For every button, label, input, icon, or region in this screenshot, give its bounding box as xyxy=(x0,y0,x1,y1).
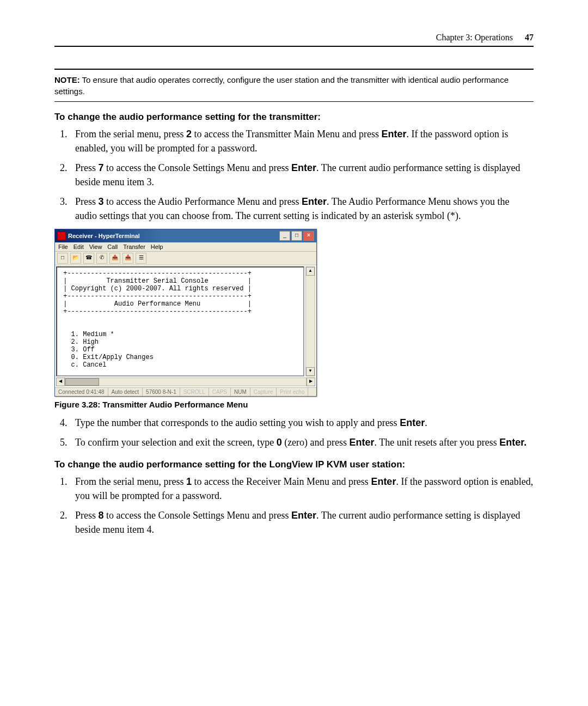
key-1: 1 xyxy=(186,476,192,487)
toolbar: □ 📂 ☎ ✆ 📤 📥 ☰ xyxy=(55,252,316,265)
scroll-thumb[interactable] xyxy=(65,378,99,386)
terminal-area[interactable]: +---------------------------------------… xyxy=(56,266,304,376)
vertical-scrollbar[interactable]: ▲ ▼ xyxy=(305,266,315,376)
procedure-2-list: From the serial menu, press 1 to access … xyxy=(54,474,534,537)
key-0: 0 xyxy=(277,437,282,448)
scroll-left-icon[interactable]: ◀ xyxy=(56,378,65,386)
key-7: 7 xyxy=(99,162,104,173)
horizontal-scrollbar[interactable]: ◀ ▶ xyxy=(56,378,315,386)
list-item: Type the number that corresponds to the … xyxy=(70,416,534,430)
list-item: Press 7 to access the Console Settings M… xyxy=(70,161,534,189)
key-enter: Enter xyxy=(400,417,425,428)
page-header: Chapter 3: Operations 47 xyxy=(54,33,534,47)
key-enter: Enter xyxy=(371,476,396,487)
open-icon[interactable]: 📂 xyxy=(70,253,81,264)
scroll-down-icon[interactable]: ▼ xyxy=(306,367,315,376)
key-enter: Enter xyxy=(291,162,316,173)
maximize-button[interactable]: □ xyxy=(291,231,302,241)
list-item: Press 8 to access the Console Settings M… xyxy=(70,508,534,537)
list-item: To confirm your selection and exit the s… xyxy=(70,435,534,449)
menu-call[interactable]: Call xyxy=(107,244,118,250)
key-8: 8 xyxy=(99,510,104,521)
key-enter: Enter xyxy=(381,129,406,139)
menu-file[interactable]: File xyxy=(58,244,68,250)
new-icon[interactable]: □ xyxy=(57,253,68,264)
note-box: NOTE: To ensure that audio operates corr… xyxy=(54,69,534,102)
key-enter: Enter xyxy=(291,510,316,521)
scroll-track-h[interactable] xyxy=(65,378,307,386)
scroll-right-icon[interactable]: ▶ xyxy=(307,378,315,386)
send-icon[interactable]: 📤 xyxy=(109,253,120,264)
app-icon xyxy=(57,232,66,240)
status-bar: Connected 0:41:48 Auto detect 57600 8-N-… xyxy=(55,387,316,396)
connect-icon[interactable]: ☎ xyxy=(83,253,94,264)
hyperterminal-screenshot: Receiver - HyperTerminal _ □ × File Edit… xyxy=(54,229,534,397)
status-connected: Connected 0:41:48 xyxy=(55,388,108,396)
note-label: NOTE: xyxy=(54,75,80,84)
status-capture: Capture xyxy=(250,388,277,396)
list-item: From the serial menu, press 1 to access … xyxy=(70,474,534,503)
key-enter: Enter. xyxy=(499,437,526,448)
figure-caption: Figure 3.28: Transmitter Audio Performan… xyxy=(54,400,534,409)
chapter-label: Chapter 3: Operations xyxy=(436,33,513,42)
menu-help[interactable]: Help xyxy=(151,244,163,250)
titlebar[interactable]: Receiver - HyperTerminal _ □ × xyxy=(55,229,316,242)
window-buttons: _ □ × xyxy=(279,231,314,241)
status-caps: CAPS xyxy=(209,388,231,396)
scroll-up-icon[interactable]: ▲ xyxy=(306,267,315,276)
note-text: To ensure that audio operates correctly,… xyxy=(54,75,509,96)
close-button[interactable]: × xyxy=(303,231,314,241)
key-2: 2 xyxy=(186,129,192,139)
list-item: From the serial menu, press 2 to access … xyxy=(70,127,534,155)
receive-icon[interactable]: 📥 xyxy=(122,253,133,264)
procedure-2-heading: To change the audio performance setting … xyxy=(54,459,534,470)
scroll-track[interactable] xyxy=(306,276,315,367)
key-3: 3 xyxy=(99,196,104,207)
procedure-1-heading: To change the audio performance setting … xyxy=(54,112,534,123)
menu-transfer[interactable]: Transfer xyxy=(123,244,145,250)
minimize-button[interactable]: _ xyxy=(279,231,290,241)
list-item: Press 3 to access the Audio Performance … xyxy=(70,194,534,223)
menubar: File Edit View Call Transfer Help xyxy=(55,242,316,252)
props-icon[interactable]: ☰ xyxy=(136,253,146,264)
window-title: Receiver - HyperTerminal xyxy=(68,233,279,239)
status-scroll: SCROLL xyxy=(180,388,209,396)
hyperterminal-window: Receiver - HyperTerminal _ □ × File Edit… xyxy=(54,229,317,397)
page-number: 47 xyxy=(525,33,534,42)
status-echo: Print echo xyxy=(277,388,308,396)
menu-edit[interactable]: Edit xyxy=(74,244,84,250)
status-auto: Auto detect xyxy=(108,388,143,396)
disconnect-icon[interactable]: ✆ xyxy=(96,253,107,264)
menu-view[interactable]: View xyxy=(89,244,102,250)
key-enter: Enter xyxy=(302,196,327,207)
procedure-1-list-continued: Type the number that corresponds to the … xyxy=(54,416,534,449)
status-num: NUM xyxy=(231,388,250,396)
key-enter: Enter xyxy=(350,437,375,448)
status-baud: 57600 8-N-1 xyxy=(143,388,180,396)
procedure-1-list: From the serial menu, press 2 to access … xyxy=(54,127,534,223)
